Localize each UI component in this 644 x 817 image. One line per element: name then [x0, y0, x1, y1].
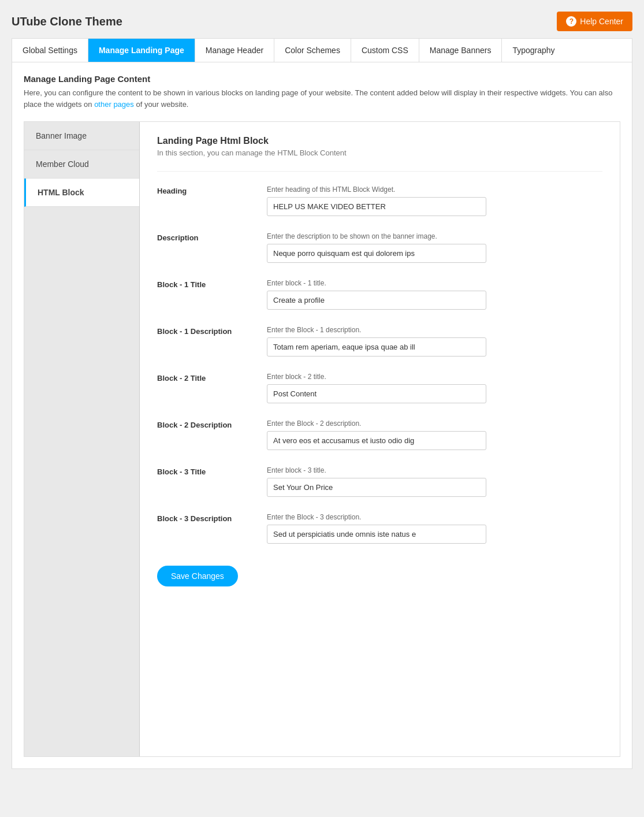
nav-tab-manage-banners[interactable]: Manage Banners	[419, 39, 502, 62]
field-hint-block-2-description: Enter the Block - 2 description.	[267, 419, 602, 428]
nav-tab-typography[interactable]: Typography	[502, 39, 565, 62]
form-row-block-3-description: Block - 3 DescriptionEnter the Block - 3…	[157, 513, 602, 544]
form-field-block-3-title: Enter block - 3 title.	[267, 466, 602, 497]
form-label-block-3-description: Block - 3 Description	[157, 513, 267, 523]
form-field-block-1-title: Enter block - 1 title.	[267, 279, 602, 310]
main-panel: Banner ImageMember CloudHTML Block Landi…	[24, 121, 620, 757]
sidebar: Banner ImageMember CloudHTML Block	[24, 122, 140, 756]
field-hint-description: Enter the description to be shown on the…	[267, 232, 602, 240]
form-row-block-3-title: Block - 3 TitleEnter block - 3 title.	[157, 466, 602, 497]
form-label-block-2-title: Block - 2 Title	[157, 373, 267, 382]
sidebar-item-banner-image[interactable]: Banner Image	[24, 122, 139, 150]
form-label-block-2-description: Block - 2 Description	[157, 419, 267, 429]
field-hint-block-3-title: Enter block - 3 title.	[267, 466, 602, 474]
field-input-heading[interactable]	[267, 197, 486, 216]
nav-tab-manage-header[interactable]: Manage Header	[195, 39, 274, 62]
field-hint-block-1-description: Enter the Block - 1 description.	[267, 326, 602, 334]
form-field-block-2-title: Enter block - 2 title.	[267, 373, 602, 403]
field-input-block-3-title[interactable]	[267, 478, 486, 497]
form-field-description: Enter the description to be shown on the…	[267, 232, 602, 263]
content-area: Manage Landing Page Content Here, you ca…	[12, 62, 632, 769]
divider	[157, 171, 602, 172]
form-row-block-2-title: Block - 2 TitleEnter block - 2 title.	[157, 373, 602, 403]
sidebar-item-member-cloud[interactable]: Member Cloud	[24, 150, 139, 179]
field-hint-heading: Enter heading of this HTML Block Widget.	[267, 185, 602, 194]
field-input-block-3-description[interactable]	[267, 525, 486, 544]
help-button-label: Help Center	[580, 17, 623, 26]
app-title: UTube Clone Theme	[12, 15, 122, 28]
form-label-block-1-description: Block - 1 Description	[157, 326, 267, 336]
field-input-description[interactable]	[267, 244, 486, 263]
form-row-heading: HeadingEnter heading of this HTML Block …	[157, 185, 602, 216]
section-title: Landing Page Html Block	[157, 136, 602, 146]
form-label-description: Description	[157, 232, 267, 242]
sidebar-item-html-block[interactable]: HTML Block	[24, 179, 139, 207]
page-heading: Manage Landing Page Content	[24, 74, 620, 84]
help-center-button[interactable]: ? Help Center	[557, 12, 632, 31]
form-field-heading: Enter heading of this HTML Block Widget.	[267, 185, 602, 216]
field-input-block-1-title[interactable]	[267, 291, 486, 310]
field-input-block-2-title[interactable]	[267, 384, 486, 403]
section-subtitle: In this section, you can manage the HTML…	[157, 148, 602, 157]
save-changes-button[interactable]: Save Changes	[157, 566, 238, 586]
nav-tab-global-settings[interactable]: Global Settings	[12, 39, 88, 62]
field-input-block-2-description[interactable]	[267, 431, 486, 450]
form-field-block-1-description: Enter the Block - 1 description.	[267, 326, 602, 356]
form-row-block-1-title: Block - 1 TitleEnter block - 1 title.	[157, 279, 602, 310]
field-hint-block-2-title: Enter block - 2 title.	[267, 373, 602, 381]
form-panel: Landing Page Html Block In this section,…	[140, 122, 620, 756]
form-field-block-3-description: Enter the Block - 3 description.	[267, 513, 602, 544]
field-input-block-1-description[interactable]	[267, 337, 486, 356]
form-label-heading: Heading	[157, 185, 267, 195]
field-hint-block-3-description: Enter the Block - 3 description.	[267, 513, 602, 521]
other-pages-link[interactable]: other pages	[94, 100, 134, 109]
top-bar: UTube Clone Theme ? Help Center	[12, 12, 632, 31]
help-icon: ?	[566, 16, 576, 27]
nav-tab-manage-landing-page[interactable]: Manage Landing Page	[88, 39, 195, 62]
form-row-block-2-description: Block - 2 DescriptionEnter the Block - 2…	[157, 419, 602, 450]
form-row-description: DescriptionEnter the description to be s…	[157, 232, 602, 263]
form-label-block-1-title: Block - 1 Title	[157, 279, 267, 289]
nav-tabs: Global SettingsManage Landing PageManage…	[12, 38, 632, 62]
form-field-block-2-description: Enter the Block - 2 description.	[267, 419, 602, 450]
form-row-block-1-description: Block - 1 DescriptionEnter the Block - 1…	[157, 326, 602, 356]
nav-tab-color-schemes[interactable]: Color Schemes	[274, 39, 351, 62]
page-wrapper: UTube Clone Theme ? Help Center Global S…	[0, 0, 644, 817]
form-label-block-3-title: Block - 3 Title	[157, 466, 267, 476]
page-description: Here, you can configure the content to b…	[24, 87, 620, 110]
form-rows-container: HeadingEnter heading of this HTML Block …	[157, 185, 602, 544]
nav-tab-custom-css[interactable]: Custom CSS	[351, 39, 419, 62]
field-hint-block-1-title: Enter block - 1 title.	[267, 279, 602, 287]
